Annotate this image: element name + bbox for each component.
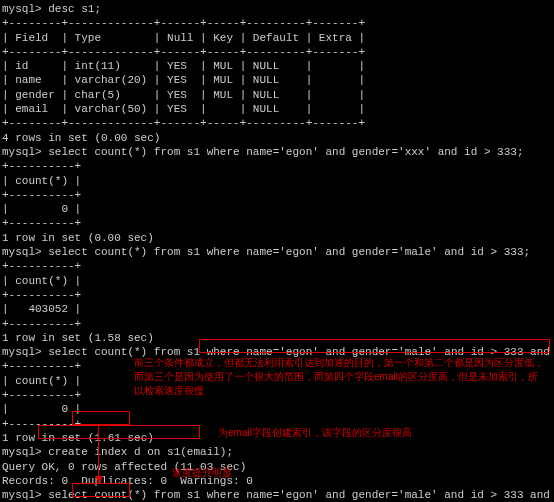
table-header: | Field | Type | Null | Key | Default | … (2, 31, 552, 45)
count-border: +----------+ (2, 216, 552, 230)
count-border: +----------+ (2, 188, 552, 202)
annotation-1: 前三个条件都成立，但都无法利用索引达到加速的目的，第一个和第二个都是因为区分度低… (134, 356, 546, 398)
boxed-create-index: create index d on s1(email); (48, 446, 233, 458)
cmd-desc: mysql> desc s1; (2, 2, 552, 16)
result-query-ok: Query OK, 0 rows affected (11.03 sec) (2, 460, 552, 474)
cmd-create-index: mysql> create index d on s1(email); (2, 445, 552, 459)
table-border: +--------+-------------+------+-----+---… (2, 45, 552, 59)
count-header: | count(*) | (2, 174, 552, 188)
count-header: | count(*) | (2, 274, 552, 288)
cmd-select-2: mysql> select count(*) from s1 where nam… (2, 245, 552, 259)
table-border: +--------+-------------+------+-----+---… (2, 16, 552, 30)
count-value: | 403052 | (2, 302, 552, 316)
table-row: | email | varchar(50) | YES | | NULL | | (2, 102, 552, 116)
annotation-3: 速度提升明显 (172, 466, 232, 480)
annotation-2: 为email字段创建索引，该字段的区分度很高 (218, 426, 412, 440)
count-border: +----------+ (2, 288, 552, 302)
count-value: | 0 | (2, 202, 552, 216)
cmd-select-1: mysql> select count(*) from s1 where nam… (2, 145, 552, 159)
boxed-time: (1.61 sec) (88, 432, 154, 444)
table-row: | gender | char(5) | YES | MUL | NULL | … (2, 88, 552, 102)
table-row: | name | varchar(20) | YES | MUL | NULL … (2, 73, 552, 87)
result-rows: 4 rows in set (0.00 sec) (2, 131, 552, 145)
table-row: | id | int(11) | YES | MUL | NULL | | (2, 59, 552, 73)
result-records: Records: 0 Duplicates: 0 Warnings: 0 (2, 474, 552, 488)
table-border: +--------+-------------+------+-----+---… (2, 116, 552, 130)
count-border: +----------+ (2, 159, 552, 173)
count-value: | 0 | (2, 402, 552, 416)
cmd-select-4: mysql> select count(*) from s1 where nam… (2, 488, 552, 502)
count-border: +----------+ (2, 259, 552, 273)
count-border: +----------+ (2, 317, 552, 331)
result-time: 1 row in set (0.00 sec) (2, 231, 552, 245)
result-time: 1 row in set (1.58 sec) (2, 331, 552, 345)
